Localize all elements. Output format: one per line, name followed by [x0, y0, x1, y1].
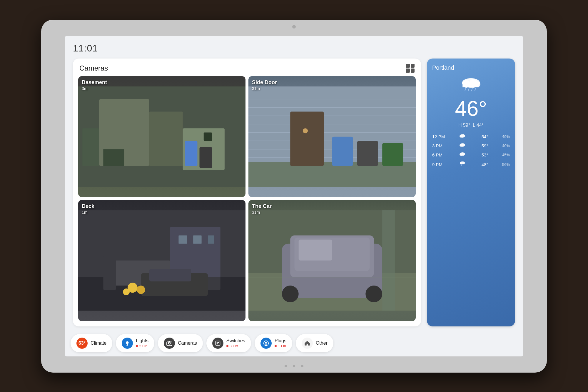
svg-rect-81 [218, 342, 219, 343]
cameras-grid: Basement 3m [78, 76, 416, 321]
weather-panel: Portland [427, 59, 515, 326]
bottom-nav: 63° Climate Lights [65, 331, 523, 356]
switches-icon [212, 338, 223, 349]
forecast-cloud-icon [458, 152, 467, 158]
svg-rect-83 [265, 342, 266, 343]
climate-label: Climate [91, 341, 106, 346]
svg-rect-85 [265, 343, 267, 344]
svg-rect-24 [303, 128, 308, 133]
forecast-time: 6 PM [432, 152, 448, 157]
svg-line-55 [468, 88, 469, 91]
svg-rect-79 [216, 341, 220, 345]
svg-rect-6 [82, 128, 99, 166]
forecast-rain-icon [458, 161, 467, 168]
forecast-row-9pm: 9 PM 48° 56% [432, 160, 510, 169]
forecast-row-12pm: 12 PM 54° 49% [432, 133, 510, 141]
nav-pill-plugs[interactable]: Plugs 1 On [255, 334, 292, 352]
bottom-dots [285, 365, 303, 367]
nav-pill-cameras[interactable]: Cameras [158, 334, 203, 352]
svg-point-68 [460, 162, 462, 164]
camera-label-basement: Basement 3m [82, 79, 107, 91]
svg-rect-84 [266, 342, 267, 343]
svg-point-66 [462, 153, 465, 156]
forecast-rain: 56% [498, 162, 510, 167]
svg-rect-35 [149, 269, 191, 281]
cameras-nav-icon [164, 338, 175, 349]
svg-rect-78 [168, 341, 170, 342]
plugs-status-dot [275, 345, 277, 347]
weather-hi-lo: H 59° L 44° [432, 123, 510, 128]
grid-view-icon[interactable] [406, 64, 415, 73]
svg-rect-28 [103, 256, 116, 290]
svg-rect-70 [461, 164, 462, 166]
forecast-temp: 48° [476, 162, 488, 167]
svg-rect-71 [463, 165, 463, 166]
svg-point-37 [137, 286, 145, 294]
svg-rect-22 [382, 143, 403, 166]
other-label: Other [316, 341, 328, 346]
svg-rect-44 [299, 240, 332, 261]
svg-point-46 [365, 286, 382, 302]
weather-forecast: 12 PM 54° 49% [432, 133, 510, 169]
other-icon [302, 338, 313, 349]
nav-pill-lights[interactable]: Lights 2 On [116, 334, 154, 352]
svg-rect-23 [290, 111, 324, 166]
switches-status-dot [226, 345, 228, 347]
svg-point-69 [462, 162, 465, 164]
lights-status: 2 On [136, 344, 148, 348]
forecast-rain: 49% [498, 134, 510, 139]
svg-rect-33 [208, 235, 214, 243]
camera-feed-sidedoor[interactable]: Side Door 31m [248, 76, 416, 197]
forecast-row-3pm: 3 PM 59° 40% [432, 142, 510, 150]
forecast-time: 9 PM [432, 162, 448, 167]
camera-feed-car[interactable]: The Car 31m [248, 200, 416, 321]
svg-rect-20 [332, 136, 353, 166]
svg-line-54 [465, 88, 466, 91]
camera-feed-basement[interactable]: Basement 3m [78, 76, 245, 197]
cameras-panel: Cameras [73, 59, 421, 326]
nav-pill-other[interactable]: Other [296, 334, 333, 352]
camera-feed-deck[interactable]: Deck 1m [78, 200, 245, 321]
forecast-cloud-icon [458, 134, 467, 140]
svg-point-76 [169, 342, 170, 344]
svg-rect-3 [103, 149, 124, 166]
camera-label-sidedoor: Side Door 31m [252, 79, 277, 91]
cameras-nav-label: Cameras [178, 341, 197, 346]
cameras-header: Cameras [78, 64, 416, 73]
time-display: 11:01 [73, 43, 98, 54]
svg-rect-47 [382, 210, 395, 311]
svg-rect-21 [357, 141, 378, 166]
nav-pill-switches[interactable]: Switches 3 Off [206, 334, 251, 352]
forecast-rain: 40% [498, 144, 510, 148]
plugs-label: Plugs [275, 338, 286, 343]
svg-rect-7 [185, 141, 198, 166]
svg-line-57 [475, 88, 476, 91]
svg-point-45 [282, 286, 299, 302]
lights-status-dot [136, 345, 138, 347]
weather-icon [459, 76, 483, 92]
svg-rect-80 [217, 342, 218, 344]
main-content: Cameras [73, 59, 515, 326]
svg-point-60 [462, 134, 465, 137]
svg-point-38 [123, 288, 130, 295]
svg-rect-32 [193, 235, 201, 243]
time-bar: 11:01 [73, 43, 515, 54]
camera-label-car: The Car 31m [252, 203, 272, 215]
forecast-rain: 45% [498, 153, 510, 157]
camera-label-deck: Deck 1m [82, 203, 94, 215]
nav-pill-climate[interactable]: 63° Climate [71, 334, 112, 352]
lights-label: Lights [136, 338, 148, 343]
screen: 11:01 Cameras [65, 36, 523, 356]
forecast-time: 3 PM [432, 143, 448, 148]
svg-rect-82 [264, 341, 269, 346]
forecast-temp: 54° [476, 134, 488, 139]
climate-icon: 63° [76, 338, 88, 349]
svg-line-56 [472, 88, 472, 91]
forecast-row-6pm: 6 PM 53° 45% [432, 151, 510, 159]
switches-status: 3 Off [226, 344, 245, 348]
svg-rect-31 [178, 235, 187, 243]
svg-rect-8 [200, 147, 212, 168]
cameras-title: Cameras [79, 64, 108, 72]
weather-icon-area [432, 74, 510, 94]
svg-point-72 [126, 341, 129, 344]
